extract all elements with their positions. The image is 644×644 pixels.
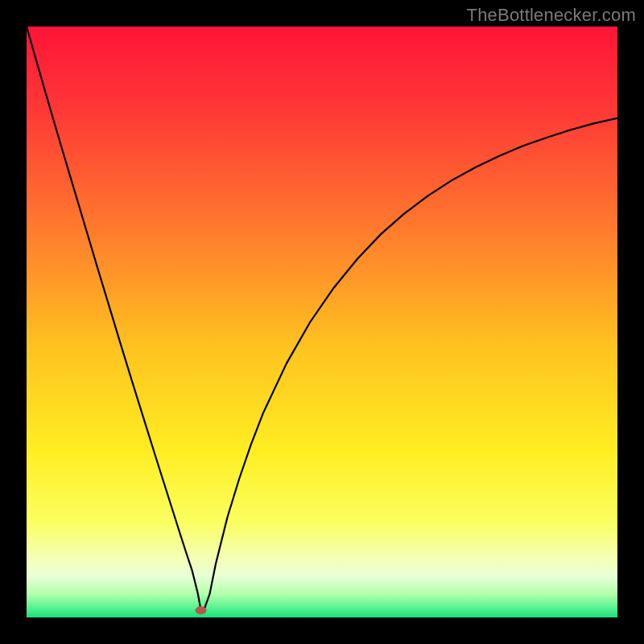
- watermark-text: TheBottlenecker.com: [467, 5, 636, 26]
- plot-area: [27, 27, 617, 617]
- optimum-marker: [196, 606, 207, 614]
- gradient-background: [27, 27, 617, 617]
- chart-frame: TheBottlenecker.com: [0, 0, 644, 644]
- plot-svg: [27, 27, 617, 617]
